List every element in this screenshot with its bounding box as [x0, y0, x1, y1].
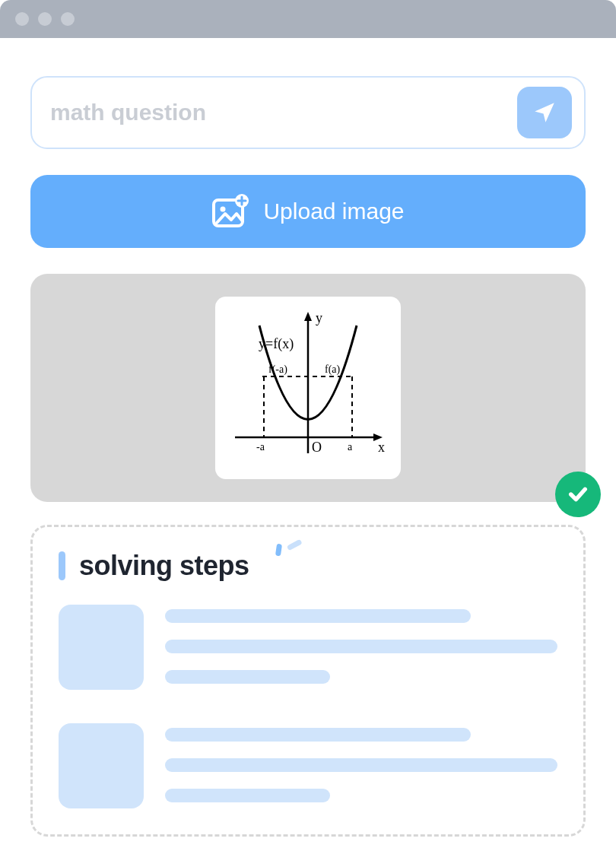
- window-control-dot: [38, 12, 52, 26]
- y-axis-label: y: [316, 310, 322, 326]
- step-thumbnail-placeholder: [59, 605, 144, 690]
- function-label: y=f(x): [259, 336, 294, 352]
- left-tick-label: -a: [256, 441, 265, 453]
- uploaded-image-card: y x O y=f(x) f(-a) f(a) -a a: [215, 297, 401, 479]
- math-graph: y x O y=f(x) f(-a) f(a) -a a: [223, 304, 393, 472]
- image-add-icon: [211, 194, 249, 229]
- submit-button[interactable]: [517, 87, 572, 138]
- upload-label: Upload image: [263, 199, 404, 224]
- question-input[interactable]: [50, 100, 508, 125]
- placeholder-line: [165, 789, 330, 802]
- image-preview-panel: y x O y=f(x) f(-a) f(a) -a a: [30, 274, 586, 502]
- check-icon: [566, 482, 590, 507]
- origin-label: O: [312, 440, 322, 455]
- search-bar: [30, 76, 586, 149]
- window-control-dot: [15, 12, 29, 26]
- step-item: [59, 723, 557, 819]
- right-value-label: f(a): [325, 364, 341, 376]
- success-badge: [555, 472, 601, 517]
- steps-header: solving steps: [59, 550, 557, 582]
- step-thumbnail-placeholder: [59, 723, 144, 808]
- steps-title: solving steps: [79, 550, 249, 582]
- left-value-label: f(-a): [268, 364, 287, 376]
- browser-chrome: [0, 0, 616, 38]
- svg-point-1: [221, 207, 226, 212]
- placeholder-line: [165, 728, 471, 742]
- step-text-placeholder: [165, 605, 557, 700]
- sparkle-icon: [273, 536, 303, 559]
- placeholder-line: [165, 758, 557, 772]
- step-text-placeholder: [165, 723, 557, 819]
- upload-image-button[interactable]: Upload image: [30, 175, 586, 248]
- solving-steps-panel: solving steps: [30, 525, 586, 837]
- right-tick-label: a: [348, 441, 353, 453]
- svg-rect-9: [287, 539, 303, 551]
- accent-bar: [59, 551, 65, 580]
- svg-rect-8: [275, 544, 282, 557]
- send-icon: [532, 100, 557, 125]
- placeholder-line: [165, 670, 330, 684]
- placeholder-line: [165, 640, 557, 653]
- x-axis-label: x: [378, 440, 385, 455]
- window-control-dot: [61, 12, 75, 26]
- placeholder-line: [165, 609, 471, 623]
- step-item: [59, 605, 557, 700]
